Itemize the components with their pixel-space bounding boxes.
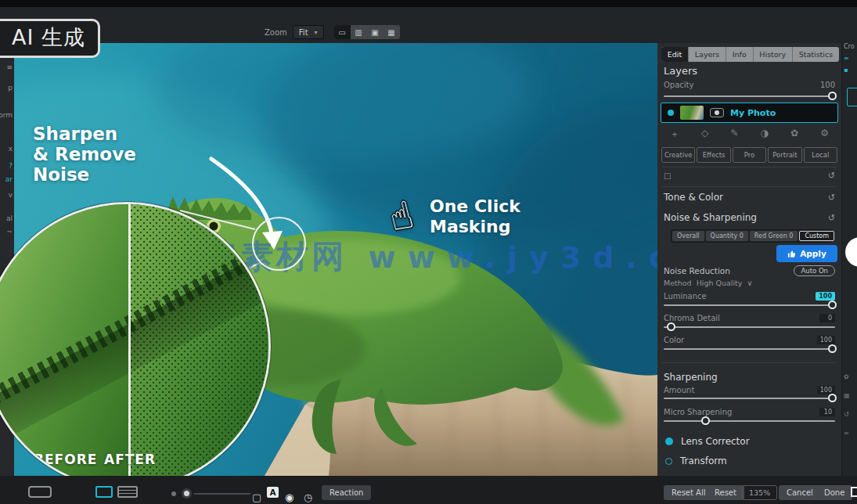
layer-mask-icon[interactable] bbox=[710, 108, 724, 117]
method-dropdown[interactable]: Method High Quality ∨ bbox=[664, 279, 752, 287]
noise-sharpening-section[interactable]: Noise & Sharpening ↺ bbox=[664, 212, 835, 223]
dot-icon[interactable]: ▪ bbox=[844, 67, 848, 74]
micro-sharpening-value: 10 bbox=[819, 408, 835, 416]
circle-dot-icon[interactable]: ◉ bbox=[285, 491, 293, 503]
luminance-row: Luminance 100 bbox=[664, 292, 835, 301]
sidebar-item-fragment[interactable]: ~ bbox=[6, 228, 13, 236]
luminance-slider[interactable] bbox=[664, 304, 835, 306]
reset-all-button[interactable]: Reset All bbox=[664, 485, 714, 500]
amount-row: Amount 100 bbox=[664, 386, 835, 394]
sidebar-item-fragment[interactable]: ar bbox=[5, 175, 13, 183]
brush-tool-icon[interactable]: ✎ bbox=[730, 128, 738, 142]
sidebar-item-fragment[interactable]: x bbox=[9, 145, 13, 153]
apply-button-label: Apply bbox=[800, 249, 826, 258]
shape-tool-icon[interactable]: ◇ bbox=[701, 128, 708, 142]
cropped-square-icon[interactable] bbox=[851, 487, 857, 497]
micro-sharpening-slider-knob[interactable] bbox=[701, 416, 710, 425]
sidebar-item-fragment[interactable]: ? bbox=[9, 162, 13, 170]
view-mode-group: ▭ ▥ ▣ ▦ bbox=[334, 25, 400, 39]
amount-slider[interactable] bbox=[664, 398, 835, 399]
opacity-slider-knob[interactable] bbox=[828, 92, 837, 100]
single-view-icon[interactable] bbox=[95, 486, 113, 498]
luminance-slider-knob[interactable] bbox=[828, 301, 837, 309]
bottom-slider-track[interactable] bbox=[194, 493, 250, 495]
panel-glyph[interactable]: ▦ bbox=[844, 392, 850, 399]
color-slider-knob[interactable] bbox=[828, 344, 837, 353]
view-split-button[interactable]: ▥ bbox=[351, 25, 367, 39]
reset-icon[interactable]: ↺ bbox=[828, 193, 835, 203]
noise-mode-segments: Overall Quantity 0 Red Green 0 Custom bbox=[671, 229, 832, 243]
chroma-slider-knob[interactable] bbox=[667, 322, 675, 331]
view-single-button[interactable]: ▭ bbox=[334, 25, 351, 39]
layer-item[interactable]: My Photo bbox=[661, 103, 838, 123]
apply-button[interactable]: Apply bbox=[776, 245, 837, 262]
view-grid-button[interactable]: ▦ bbox=[383, 25, 400, 39]
layer-visibility-icon[interactable] bbox=[668, 110, 674, 116]
after-label: AFTER bbox=[104, 452, 156, 467]
segment-overall[interactable]: Overall bbox=[672, 231, 704, 241]
mask-tool-icon[interactable]: ◑ bbox=[761, 128, 769, 142]
tab-layers[interactable]: Layers bbox=[689, 47, 726, 62]
panel-glyph[interactable]: ✿ bbox=[844, 373, 849, 380]
one-click-masking-annotation: One Click Masking bbox=[430, 196, 520, 238]
selected-tool-outline bbox=[847, 88, 857, 106]
panel-glyph[interactable]: ≡ bbox=[844, 430, 849, 437]
cancel-button[interactable]: Cancel bbox=[779, 485, 821, 500]
tone-color-section[interactable]: Tone & Color ↺ bbox=[664, 192, 835, 203]
segment-redgreen[interactable]: Red Green 0 bbox=[750, 231, 798, 241]
bottom-slider-knob[interactable] bbox=[182, 488, 192, 499]
transform-toggle-off[interactable] bbox=[665, 458, 672, 465]
sidebar-item-fragment[interactable]: orm bbox=[0, 111, 13, 119]
reset-icon[interactable]: ↺ bbox=[828, 171, 835, 181]
chroma-slider[interactable] bbox=[664, 326, 835, 328]
sidebar-item-fragment[interactable]: v bbox=[9, 191, 13, 199]
clock-icon[interactable]: ◷ bbox=[304, 491, 312, 503]
category-effects[interactable]: Effects bbox=[697, 147, 730, 163]
category-pro[interactable]: Pro bbox=[733, 147, 766, 163]
lens-corrector-row[interactable]: Lens Corrector bbox=[665, 436, 750, 447]
category-local[interactable]: Local bbox=[804, 147, 837, 163]
crop-label: Cro bbox=[844, 43, 855, 50]
lens-corrector-toggle-on[interactable] bbox=[665, 437, 673, 445]
opacity-label: Opacity bbox=[664, 81, 693, 89]
transform-row[interactable]: Transform bbox=[665, 455, 727, 466]
panel-glyph[interactable]: ↺ bbox=[844, 411, 849, 418]
view-compare-button[interactable]: ▣ bbox=[367, 25, 383, 39]
split-view-icon[interactable] bbox=[117, 486, 138, 498]
category-creative[interactable]: Creative bbox=[661, 147, 695, 163]
opacity-slider[interactable] bbox=[664, 95, 835, 97]
category-portrait[interactable]: Portrait bbox=[768, 147, 801, 163]
sidebar-item-fragment[interactable]: ≡ bbox=[6, 63, 13, 71]
sidebar-item-fragment[interactable]: p bbox=[8, 84, 13, 92]
reset-icon[interactable]: ↺ bbox=[828, 213, 835, 223]
tab-statistics[interactable]: Statistics bbox=[793, 47, 839, 62]
amount-slider-knob[interactable] bbox=[828, 394, 837, 402]
reaction-button[interactable]: Reaction bbox=[322, 485, 371, 500]
color-label: Color bbox=[664, 336, 684, 344]
canvas-frame-icon[interactable] bbox=[28, 486, 52, 498]
effects-tool-icon[interactable]: ✿ bbox=[790, 128, 798, 142]
done-button[interactable]: Done bbox=[816, 485, 852, 500]
square-outline-icon[interactable]: ▢ bbox=[252, 491, 261, 503]
letter-a-icon[interactable]: A bbox=[267, 487, 279, 498]
before-after-divider[interactable] bbox=[128, 204, 131, 488]
zoom-percent-box[interactable]: 135% bbox=[742, 485, 777, 500]
tab-history[interactable]: History bbox=[754, 47, 793, 62]
micro-sharpening-label: Micro Sharpening bbox=[664, 408, 732, 416]
panel-mini-icon[interactable]: □ bbox=[664, 171, 671, 180]
micro-sharpening-slider[interactable] bbox=[664, 420, 835, 422]
tab-info[interactable]: Info bbox=[726, 47, 754, 62]
zoom-dropdown[interactable]: Fit ▾ bbox=[293, 25, 324, 39]
thumb-up-icon bbox=[787, 250, 796, 258]
color-slider[interactable] bbox=[664, 348, 835, 350]
reset-button[interactable]: Reset bbox=[707, 485, 744, 500]
segment-quantity[interactable]: Quantity 0 bbox=[706, 231, 748, 241]
sidebar-item-fragment[interactable]: al bbox=[6, 214, 13, 222]
zoom-out-dot[interactable] bbox=[171, 491, 176, 496]
auto-on-button[interactable]: Auto On bbox=[794, 265, 835, 276]
tab-edit[interactable]: Edit bbox=[661, 47, 689, 62]
segment-custom[interactable]: Custom bbox=[799, 231, 834, 241]
add-layer-icon[interactable]: ＋ bbox=[670, 128, 679, 142]
settings-gear-icon[interactable]: ⚙ bbox=[820, 128, 829, 142]
lines-icon[interactable]: ≡ bbox=[844, 55, 849, 62]
